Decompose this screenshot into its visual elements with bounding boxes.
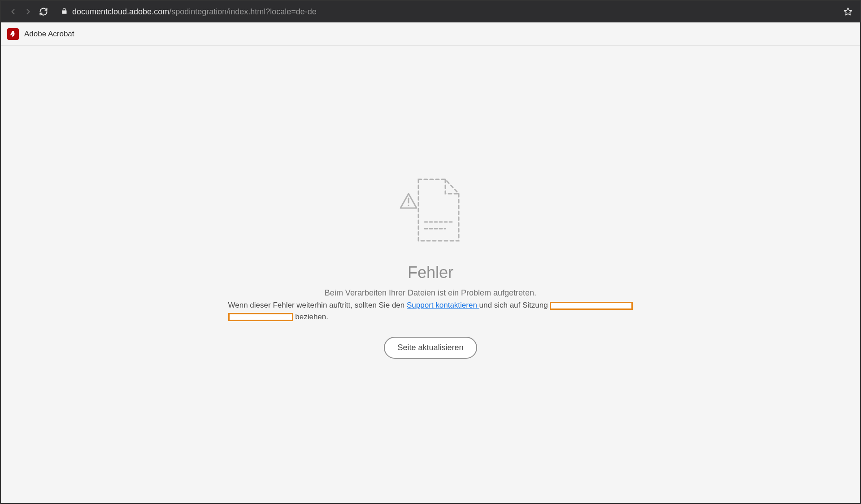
app-title: Adobe Acrobat bbox=[24, 30, 74, 39]
app-header: Adobe Acrobat bbox=[1, 22, 860, 46]
support-link[interactable]: Support kontaktieren bbox=[407, 301, 479, 309]
error-subtext: Beim Verarbeiten Ihrer Dateien ist ein P… bbox=[325, 288, 536, 298]
reload-button[interactable] bbox=[39, 7, 48, 17]
bookmark-star-icon[interactable] bbox=[843, 7, 853, 17]
svg-marker-0 bbox=[844, 8, 852, 15]
error-content-area: Fehler Beim Verarbeiten Ihrer Dateien is… bbox=[1, 46, 860, 503]
error-details: Wenn dieser Fehler weiterhin auftritt, s… bbox=[228, 300, 633, 322]
redacted-session-id-1 bbox=[550, 302, 633, 310]
redacted-session-id-2 bbox=[228, 313, 293, 321]
url-text: documentcloud.adobe.com/spodintegration/… bbox=[72, 7, 317, 17]
adobe-acrobat-logo-icon bbox=[7, 28, 19, 40]
error-heading: Fehler bbox=[408, 263, 453, 282]
lock-icon bbox=[61, 7, 68, 17]
browser-toolbar: documentcloud.adobe.com/spodintegration/… bbox=[1, 1, 860, 22]
forward-button[interactable] bbox=[23, 7, 33, 17]
svg-point-4 bbox=[408, 204, 409, 206]
back-button[interactable] bbox=[8, 7, 18, 17]
url-bar[interactable]: documentcloud.adobe.com/spodintegration/… bbox=[57, 4, 838, 19]
refresh-page-button[interactable]: Seite aktualisieren bbox=[384, 337, 477, 359]
error-document-icon bbox=[397, 176, 464, 245]
